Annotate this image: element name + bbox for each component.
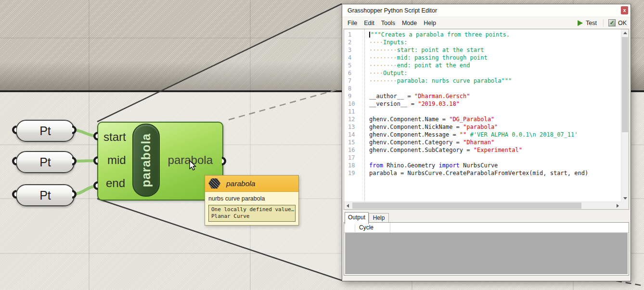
line-number: 19: [344, 169, 364, 177]
menu-item-file[interactable]: File: [348, 20, 357, 26]
text-caret: [369, 32, 370, 38]
tooltip-value-type: Planar Curve: [211, 213, 293, 220]
component-input-mid[interactable]: mid: [107, 153, 126, 167]
menu-item-help[interactable]: Help: [424, 20, 436, 26]
play-icon: [578, 20, 583, 26]
line-number: 2: [344, 38, 364, 46]
line-number: 17: [344, 154, 364, 162]
component-input-end[interactable]: end: [106, 177, 125, 190]
cycle-column-header: Cycle: [355, 223, 390, 232]
tab-output[interactable]: Output: [345, 212, 369, 224]
point-param-capsule[interactable]: Pt: [16, 151, 75, 173]
output-table-body: [345, 233, 628, 274]
horizontal-scrollbar[interactable]: [344, 202, 621, 209]
line-number: 12: [344, 115, 364, 123]
code-line[interactable]: [369, 154, 621, 162]
code-text-area[interactable]: """Creates a parabola from three points.…: [365, 29, 621, 202]
code-line[interactable]: ghenv.Component.Name = "DG_Parabola": [369, 115, 621, 123]
horizontal-scroll-thumb[interactable]: [352, 202, 581, 209]
output-index-column: [344, 223, 355, 232]
line-number: 7: [344, 77, 364, 85]
tooltip-description: nurbs curve parabola: [208, 195, 296, 202]
component-name-capsule[interactable]: parabola: [132, 124, 160, 197]
code-editor[interactable]: 12345678910111213141516171819 """Creates…: [344, 29, 629, 210]
ok-label: OK: [618, 20, 627, 26]
menu-item-edit[interactable]: Edit: [364, 20, 374, 26]
code-line[interactable]: ········mid: passing through point: [369, 54, 621, 62]
output-tooltip: parabola nurbs curve parabola One locall…: [205, 175, 299, 226]
line-number: 13: [344, 123, 364, 131]
code-line[interactable]: __author__ = "Dharman.Gersch": [369, 92, 621, 100]
line-number: 9: [344, 92, 364, 100]
check-icon: ✓: [608, 19, 616, 26]
line-number: 11: [344, 108, 364, 115]
ok-button[interactable]: ✓ OK: [603, 19, 627, 26]
component-vertical-label: parabola: [139, 133, 153, 187]
vertical-scroll-thumb[interactable]: [622, 37, 628, 132]
mouse-cursor-icon: [189, 160, 200, 172]
title-bar[interactable]: Grasshopper Python Script Editor x: [342, 4, 631, 17]
close-button[interactable]: x: [621, 6, 628, 14]
code-line[interactable]: parabola = NurbsCurve.CreateParabolaFrom…: [369, 169, 621, 177]
vertical-scrollbar[interactable]: [621, 29, 629, 202]
code-line[interactable]: ghenv.Component.Message = "" #'VER ALPHA…: [369, 131, 621, 139]
point-param-label: Pt: [39, 189, 51, 202]
python-script-editor-window: Grasshopper Python Script Editor x FileE…: [342, 4, 631, 281]
scroll-down-icon[interactable]: [621, 195, 629, 202]
point-param-label: Pt: [39, 124, 51, 138]
menu-bar: FileEditToolsModeHelp Test ✓ OK: [342, 17, 631, 29]
line-number-gutter: 12345678910111213141516171819: [344, 29, 365, 202]
line-number: 4: [344, 54, 364, 62]
line-number: 8: [344, 85, 364, 92]
scroll-right-icon[interactable]: [614, 202, 621, 209]
code-line[interactable]: ghenv.Component.SubCategory = "Experimen…: [369, 146, 621, 154]
window-title: Grasshopper Python Script Editor: [348, 7, 437, 14]
point-param-label: Pt: [39, 155, 51, 169]
output-panel: OutputHelp Cycle: [344, 212, 629, 276]
line-number: 15: [344, 139, 364, 146]
tooltip-body: nurbs curve parabola One locally defined…: [205, 192, 298, 225]
code-line[interactable]: ········parabola: nurbs curve parabola""…: [369, 77, 621, 85]
curve-hexagon-icon: [208, 178, 220, 189]
line-number: 18: [344, 162, 364, 169]
code-line[interactable]: ····Inputs:: [369, 38, 621, 46]
point-param-capsule[interactable]: Pt: [16, 120, 75, 142]
point-param-capsule[interactable]: Pt: [16, 184, 75, 206]
test-label: Test: [586, 20, 597, 26]
tooltip-header: parabola: [205, 176, 298, 192]
code-line[interactable]: __version__ = "2019.03.18": [369, 100, 621, 108]
line-number: 3: [344, 46, 364, 54]
scrollbar-corner: [621, 202, 629, 209]
code-line[interactable]: ghenv.Component.Category = "Dharman": [369, 139, 621, 146]
code-line[interactable]: ········end: point at the end: [369, 62, 621, 69]
code-line[interactable]: ····Output:: [369, 69, 621, 77]
scroll-up-icon[interactable]: [621, 29, 629, 37]
code-line[interactable]: [369, 85, 621, 92]
line-number: 16: [344, 146, 364, 154]
tooltip-title: parabola: [226, 179, 255, 188]
code-line[interactable]: """Creates a parabola from three points.: [369, 31, 621, 38]
line-number: 14: [344, 131, 364, 139]
test-button[interactable]: Test: [578, 20, 597, 26]
tooltip-value-box: One locally defined value… Planar Curve: [208, 205, 296, 222]
menu-item-mode[interactable]: Mode: [402, 20, 417, 26]
component-input-start[interactable]: start: [103, 130, 126, 144]
code-line[interactable]: [369, 108, 621, 115]
line-number: 10: [344, 100, 364, 108]
menu-item-tools[interactable]: Tools: [381, 20, 395, 26]
output-table: Cycle: [344, 222, 629, 276]
line-number: 5: [344, 62, 364, 69]
code-line[interactable]: from Rhino.Geometry import NurbsCurve: [369, 162, 621, 169]
line-number: 6: [344, 69, 364, 77]
line-number: 1: [344, 31, 364, 38]
scroll-left-icon[interactable]: [344, 202, 351, 209]
output-table-header: Cycle: [344, 223, 629, 233]
tooltip-value-summary: One locally defined value…: [211, 206, 293, 213]
dashed-wire-lower[interactable]: [616, 281, 643, 286]
code-line[interactable]: ghenv.Component.NickName = "parabola": [369, 123, 621, 131]
code-line[interactable]: ········start: point at the start: [369, 46, 621, 54]
